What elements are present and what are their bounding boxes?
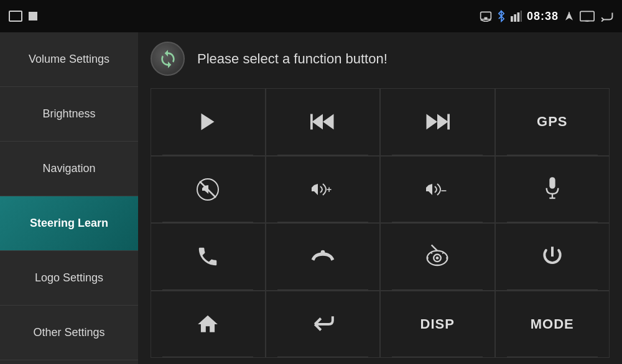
call-icon — [196, 245, 220, 268]
func-prev-track[interactable] — [266, 88, 381, 156]
window-icon — [9, 11, 22, 22]
svg-line-27 — [432, 245, 437, 251]
func-power[interactable] — [495, 223, 610, 291]
vol-up-icon: + — [309, 178, 337, 201]
main-content: Volume Settings Brightness Navigation St… — [0, 32, 622, 364]
svg-marker-13 — [427, 114, 438, 130]
svg-rect-20 — [549, 177, 555, 189]
svg-point-23 — [320, 250, 325, 255]
func-vol-up[interactable]: + — [266, 156, 381, 224]
prev-track-icon — [310, 111, 335, 133]
gps-label: GPS — [537, 114, 567, 130]
status-right-icons: 08:38 — [480, 10, 613, 23]
sidebar-item-other-settings[interactable]: Other Settings — [0, 306, 138, 360]
sidebar-item-navigation[interactable]: Navigation — [0, 142, 138, 196]
func-mode[interactable]: MODE — [495, 291, 610, 358]
home-icon — [196, 312, 220, 336]
mic-icon — [542, 176, 562, 202]
func-call[interactable] — [151, 223, 266, 291]
func-back-nav[interactable] — [266, 291, 381, 358]
status-bar: 08:38 — [0, 0, 622, 32]
screencast-icon — [480, 11, 492, 22]
disp-label: DISP — [420, 316, 455, 332]
func-play[interactable] — [151, 88, 266, 156]
func-disp[interactable]: DISP — [380, 291, 495, 358]
svg-rect-15 — [448, 114, 450, 130]
svg-marker-14 — [437, 114, 448, 130]
refresh-button[interactable] — [151, 42, 185, 76]
svg-rect-3 — [514, 14, 516, 22]
svg-rect-4 — [517, 12, 519, 22]
panel-header: Please select a function button! — [151, 39, 610, 79]
func-vol-down[interactable]: – — [380, 156, 495, 224]
small-window-icon — [29, 12, 37, 20]
sidebar-item-steering-learn[interactable]: Steering Learn — [0, 196, 138, 251]
func-mic[interactable] — [495, 156, 610, 224]
return-icon[interactable] — [600, 11, 613, 22]
func-hang-up[interactable] — [266, 223, 381, 291]
up-arrow-icon — [564, 11, 575, 22]
svg-rect-5 — [521, 11, 522, 22]
svg-rect-6 — [580, 11, 594, 20]
vol-down-icon: – — [424, 178, 451, 201]
radio-icon — [424, 243, 450, 270]
func-gps[interactable]: GPS — [495, 88, 610, 156]
panel-title: Please select a function button! — [197, 51, 388, 67]
sidebar-item-volume-settings[interactable]: Volume Settings — [0, 32, 138, 87]
hang-up-icon — [310, 247, 336, 266]
signal-icon — [511, 11, 522, 22]
next-track-icon — [425, 111, 450, 133]
sidebar-item-brightness[interactable]: Brightness — [0, 87, 138, 142]
mode-label: MODE — [531, 316, 574, 332]
svg-line-30 — [442, 253, 443, 254]
mute-icon — [196, 178, 220, 201]
func-next-track[interactable] — [380, 88, 495, 156]
refresh-icon — [158, 49, 178, 69]
func-radio[interactable] — [380, 223, 495, 291]
status-time: 08:38 — [527, 10, 559, 23]
back-nav-icon — [311, 312, 335, 336]
svg-line-31 — [431, 253, 432, 254]
func-home[interactable] — [151, 291, 266, 358]
svg-rect-1 — [484, 17, 487, 20]
svg-text:+: + — [327, 184, 332, 194]
svg-rect-12 — [310, 114, 313, 130]
sidebar: Volume Settings Brightness Navigation St… — [0, 32, 138, 364]
svg-point-26 — [436, 257, 439, 260]
func-mute[interactable] — [151, 156, 266, 224]
screen-icon — [580, 11, 595, 22]
svg-marker-9 — [202, 114, 215, 130]
status-left-icons — [9, 11, 37, 22]
svg-text:–: – — [441, 185, 447, 196]
sidebar-item-logo-settings[interactable]: Logo Settings — [0, 251, 138, 306]
right-panel: Please select a function button! — [138, 32, 622, 364]
function-grid: GPS + — [151, 88, 610, 358]
svg-marker-11 — [323, 114, 334, 130]
power-icon — [541, 245, 564, 268]
svg-rect-2 — [511, 16, 513, 22]
bluetooth-icon — [497, 10, 506, 22]
play-icon — [197, 111, 219, 133]
svg-marker-10 — [312, 114, 323, 130]
